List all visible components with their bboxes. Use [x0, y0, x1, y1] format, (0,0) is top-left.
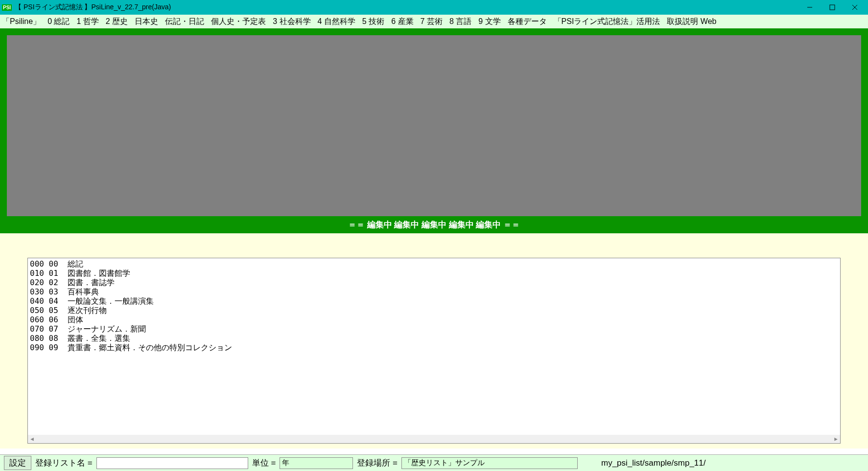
text-content[interactable]: 000 00 総記 010 01 図書館．図書館学 020 02 図書．書誌学 …: [30, 259, 838, 352]
menu-7[interactable]: 7 芸術: [421, 17, 443, 27]
menu-manual-web[interactable]: 取扱説明 Web: [667, 17, 716, 27]
close-button[interactable]: [844, 0, 866, 15]
menubar: 「Psiline」 0 総記 1 哲学 2 歴史 日本史 伝記・日記 個人史・予…: [0, 15, 868, 28]
listname-input[interactable]: [96, 457, 248, 469]
bottom-bar: 設定 登録リスト名 = 単位 = 登録場所 = my_psi_list/samp…: [0, 454, 868, 471]
path-text: my_psi_list/sample/smp_11/: [601, 458, 706, 468]
menu-2[interactable]: 2 歴史: [106, 17, 128, 27]
unit-input[interactable]: [280, 457, 353, 469]
app-icon: PSI: [2, 4, 12, 11]
maximize-button[interactable]: [821, 0, 844, 15]
unit-label: 単位 =: [252, 457, 276, 469]
menu-japan-history[interactable]: 日本史: [135, 17, 158, 27]
menu-9[interactable]: 9 文学: [478, 17, 500, 27]
scroll-right-icon[interactable]: ▶: [832, 435, 840, 443]
menu-personal[interactable]: 個人史・予定表: [211, 17, 266, 27]
titlebar: PSI 【 PSIライン式記憶法 】PsiLine_v_22.7_pre(Jav…: [0, 0, 868, 15]
editing-status-bar: ＝＝ 編集中 編集中 編集中 編集中 編集中 ＝＝: [0, 218, 868, 233]
menu-6[interactable]: 6 産業: [391, 17, 413, 27]
drawing-canvas[interactable]: [7, 35, 861, 216]
menu-3[interactable]: 3 社会科学: [273, 17, 310, 27]
menu-data[interactable]: 各種データ: [508, 17, 547, 27]
menu-0[interactable]: 0 総記: [47, 17, 70, 27]
menu-biography[interactable]: 伝記・日記: [165, 17, 204, 27]
menu-5[interactable]: 5 技術: [362, 17, 384, 27]
scroll-left-icon[interactable]: ◀: [28, 435, 36, 443]
listname-label: 登録リスト名 =: [35, 457, 93, 469]
location-label: 登録場所 =: [357, 457, 398, 469]
text-editor[interactable]: 000 00 総記 010 01 図書館．図書館学 020 02 図書．書誌学 …: [27, 258, 841, 444]
menu-4[interactable]: 4 自然科学: [318, 17, 355, 27]
minimize-button[interactable]: [798, 0, 821, 15]
menu-psiline[interactable]: 「Psiline」: [2, 17, 41, 27]
window-title: 【 PSIライン式記憶法 】PsiLine_v_22.7_pre(Java): [15, 3, 798, 12]
horizontal-scrollbar[interactable]: ◀ ▶: [28, 435, 840, 443]
menu-8[interactable]: 8 言語: [449, 17, 471, 27]
window-controls: [798, 0, 866, 15]
location-input[interactable]: [401, 457, 578, 469]
lower-panel: 000 00 総記 010 01 図書館．図書館学 020 02 図書．書誌学 …: [0, 233, 868, 449]
menu-usage[interactable]: 「PSIライン式記憶法」活用法: [554, 17, 660, 27]
menu-1[interactable]: 1 哲学: [76, 17, 98, 27]
svg-rect-1: [830, 5, 835, 10]
settings-button[interactable]: 設定: [4, 456, 31, 470]
canvas-wrap: [0, 28, 868, 218]
